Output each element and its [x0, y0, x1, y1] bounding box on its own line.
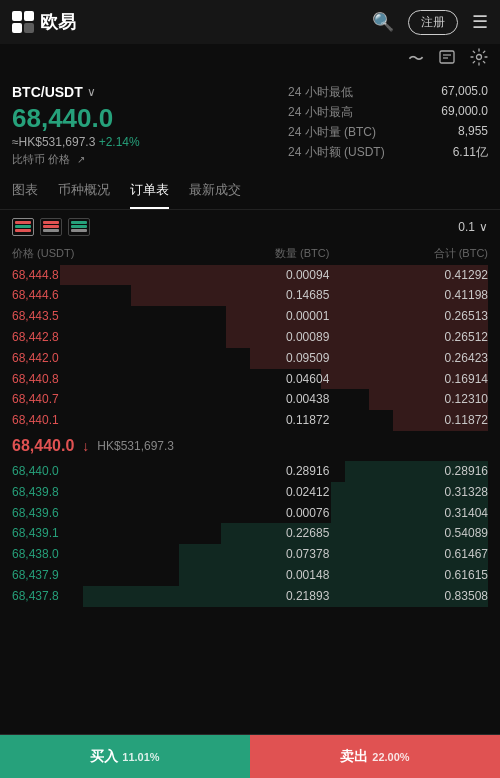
table-row[interactable]: 68,439.8 0.02412 0.31328 [12, 482, 488, 503]
ticker-price: 68,440.0 [12, 104, 288, 133]
sell-label: 卖出 [340, 748, 368, 766]
ticker-label: 比特币 价格 ↗ [12, 152, 288, 167]
buy-button[interactable]: 买入 11.01% [0, 735, 250, 778]
view-both-icon[interactable] [12, 218, 34, 236]
table-row[interactable]: 68,442.0 0.09509 0.26423 [12, 348, 488, 369]
svg-rect-4 [440, 51, 454, 63]
mid-hk-price: HK$531,697.3 [97, 439, 174, 453]
external-link-icon[interactable]: ↗ [77, 154, 85, 165]
header-right: 🔍 注册 ☰ [372, 10, 488, 35]
sell-total: 0.41198 [329, 287, 488, 304]
sell-total: 0.26512 [329, 329, 488, 346]
svg-rect-0 [12, 11, 22, 21]
table-row[interactable]: 68,440.0 0.28916 0.28916 [12, 461, 488, 482]
stat-label: 24 小时最低 [288, 84, 353, 101]
precision-selector[interactable]: 0.1 ∨ [458, 220, 488, 234]
ticker-stat-row: 24 小时额 (USDT)6.11亿 [288, 144, 488, 161]
search-icon[interactable]: 🔍 [372, 11, 394, 33]
sell-button[interactable]: 卖出 22.00% [250, 735, 500, 778]
tab-币种概况[interactable]: 币种概况 [58, 173, 110, 209]
buy-price: 68,440.0 [12, 463, 171, 480]
pair-dropdown-icon[interactable]: ∨ [87, 85, 96, 99]
table-row[interactable]: 68,442.8 0.00089 0.26512 [12, 327, 488, 348]
logo-area: 欧易 [12, 10, 76, 34]
buy-total: 0.31404 [329, 505, 488, 522]
settings-icon[interactable] [470, 48, 488, 70]
buy-total: 0.61467 [329, 546, 488, 563]
register-button[interactable]: 注册 [408, 10, 458, 35]
sell-total: 0.16914 [329, 371, 488, 388]
buy-price: 68,437.8 [12, 588, 171, 605]
buy-qty: 0.07378 [171, 546, 330, 563]
mid-price-value: 68,440.0 [12, 437, 74, 455]
sell-qty: 0.00001 [171, 308, 330, 325]
table-row[interactable]: 68,440.7 0.00438 0.12310 [12, 389, 488, 410]
sell-qty: 0.00438 [171, 391, 330, 408]
tabs: 图表币种概况订单表最新成交 [0, 173, 500, 210]
sell-price: 68,444.6 [12, 287, 171, 304]
svg-rect-2 [12, 23, 22, 33]
view-buy-icon[interactable] [68, 218, 90, 236]
sell-total: 0.12310 [329, 391, 488, 408]
ticker-stat-row: 24 小时最高69,000.0 [288, 104, 488, 121]
table-row[interactable]: 68,443.5 0.00001 0.26513 [12, 306, 488, 327]
sell-price: 68,444.8 [12, 267, 171, 284]
mid-direction-icon: ↓ [82, 438, 89, 454]
tab-订单表[interactable]: 订单表 [130, 173, 169, 209]
buy-total: 0.54089 [329, 525, 488, 542]
stat-value: 6.11亿 [453, 144, 488, 161]
svg-rect-1 [24, 11, 34, 21]
precision-dropdown-icon: ∨ [479, 220, 488, 234]
sub-header: 〜 [0, 44, 500, 74]
logo-text: 欧易 [40, 10, 76, 34]
buy-pct: 11.01% [122, 751, 159, 763]
sell-orders: 68,444.8 0.00094 0.41292 68,444.6 0.1468… [0, 265, 500, 431]
ticker-left: BTC/USDT ∨ 68,440.0 ≈HK$531,697.3 +2.14%… [12, 84, 288, 167]
buy-qty: 0.28916 [171, 463, 330, 480]
tab-最新成交[interactable]: 最新成交 [189, 173, 241, 209]
news-icon[interactable] [438, 48, 456, 70]
buy-qty: 0.00148 [171, 567, 330, 584]
table-row[interactable]: 68,444.6 0.14685 0.41198 [12, 285, 488, 306]
sell-total: 0.26513 [329, 308, 488, 325]
svg-point-7 [477, 55, 482, 60]
sell-price: 68,442.8 [12, 329, 171, 346]
ticker-pair: BTC/USDT ∨ [12, 84, 288, 100]
hk-price: ≈HK$531,697.3 [12, 135, 95, 149]
table-row[interactable]: 68,440.8 0.04604 0.16914 [12, 369, 488, 390]
table-row[interactable]: 68,439.1 0.22685 0.54089 [12, 523, 488, 544]
sell-total: 0.26423 [329, 350, 488, 367]
tab-图表[interactable]: 图表 [12, 173, 38, 209]
table-row[interactable]: 68,437.9 0.00148 0.61615 [12, 565, 488, 586]
view-sell-icon[interactable] [40, 218, 62, 236]
buy-total: 0.83508 [329, 588, 488, 605]
table-row[interactable]: 68,438.0 0.07378 0.61467 [12, 544, 488, 565]
sell-qty: 0.11872 [171, 412, 330, 429]
view-icons [12, 218, 90, 236]
logo-icon [12, 11, 34, 33]
table-row[interactable]: 68,437.8 0.21893 0.83508 [12, 586, 488, 607]
chart-wave-icon[interactable]: 〜 [408, 49, 424, 70]
stat-label: 24 小时最高 [288, 104, 353, 121]
ticker-stats: 24 小时最低67,005.024 小时最高69,000.024 小时量 (BT… [288, 84, 488, 167]
table-row[interactable]: 68,444.8 0.00094 0.41292 [12, 265, 488, 286]
col-headers: 价格 (USDT)数量 (BTC)合计 (BTC) [0, 244, 500, 265]
price-change: +2.14% [99, 135, 140, 149]
stat-value: 8,955 [458, 124, 488, 141]
buy-total: 0.61615 [329, 567, 488, 584]
table-row[interactable]: 68,440.1 0.11872 0.11872 [12, 410, 488, 431]
sell-qty: 0.14685 [171, 287, 330, 304]
pair-name: BTC/USDT [12, 84, 83, 100]
ticker-stat-row: 24 小时最低67,005.0 [288, 84, 488, 101]
sell-qty: 0.00094 [171, 267, 330, 284]
sell-price: 68,443.5 [12, 308, 171, 325]
precision-value: 0.1 [458, 220, 475, 234]
sell-pct: 22.00% [372, 751, 409, 763]
menu-icon[interactable]: ☰ [472, 11, 488, 33]
sell-total: 0.41292 [329, 267, 488, 284]
stat-value: 67,005.0 [441, 84, 488, 101]
table-row[interactable]: 68,439.6 0.00076 0.31404 [12, 503, 488, 524]
stat-label: 24 小时量 (BTC) [288, 124, 376, 141]
col-header-0: 价格 (USDT) [12, 246, 171, 261]
buy-qty: 0.21893 [171, 588, 330, 605]
